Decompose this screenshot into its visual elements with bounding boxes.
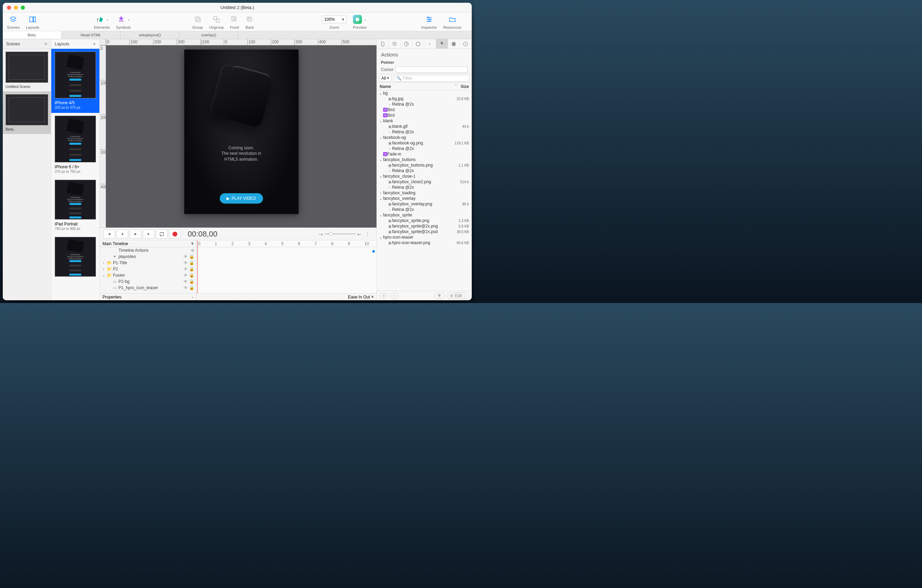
timeline-layer-row[interactable]: ✦playvideo👁🔒 [100,253,196,260]
lock-toggle-icon[interactable]: 🔒 [189,260,194,265]
add-action-icon[interactable]: ⊕ [191,248,194,253]
resource-row[interactable]: ⌄hpro-icon-teaser [377,234,472,240]
timeline-layer-row[interactable]: ›📁P1-Title👁🔒 [100,260,196,266]
back-icon[interactable] [245,15,254,24]
document-tab[interactable]: overlay() [180,31,238,39]
resource-row[interactable]: ○Retina @2x [377,146,472,151]
disclosure-icon[interactable]: ⌄ [102,273,105,278]
timeline-layer-row[interactable]: ⌄📁Footer👁🔒 [100,272,196,278]
timeline-ruler[interactable]: 012345678910 [197,240,376,247]
cursor-select[interactable] [396,67,468,73]
resource-row[interactable]: ▣fancybox_buttons.png1.1 KB [377,162,472,168]
preview-dropdown-icon[interactable]: ⌄ [364,18,366,21]
resource-row[interactable]: ▣fancybox_sprite@2x.psd36.5 KB [377,229,472,234]
resource-row[interactable]: ✦Bird [377,107,472,113]
lock-toggle-icon[interactable]: 🔒 [189,285,194,290]
resource-row[interactable]: ⌄blank [377,118,472,124]
resources-name-header[interactable]: Name [379,84,455,89]
resource-row[interactable]: ○Retina @2x [377,207,472,212]
resource-row[interactable]: ▣fancybox_sprite.png1.3 KB [377,218,472,223]
timeline-loop-button[interactable] [156,230,168,238]
resource-row[interactable]: ⌄bg [377,90,472,96]
timeline-end-marker[interactable]: ◆ [372,248,375,253]
disclosure-icon[interactable]: ⌄ [378,235,383,240]
disclosure-icon[interactable]: ⌄ [378,91,383,96]
scenes-toolbar-icon[interactable] [9,15,18,24]
resources-category-select[interactable]: All⇅ [379,75,392,82]
inspector-toolbar-icon[interactable] [425,15,434,24]
lock-toggle-icon[interactable]: 🔒 [189,254,194,259]
timeline-next-frame-button[interactable] [143,230,154,238]
resource-row[interactable]: ▣fancybox_sprite@2x.png5.8 KB [377,223,472,229]
timeline-layer-row[interactable]: ▭P2-bg👁🔒 [100,278,196,285]
preview-button[interactable] [353,15,362,24]
disclosure-icon[interactable]: ⌄ [378,118,383,123]
timeline-record-button[interactable] [169,230,181,238]
resource-row[interactable]: ▣blank.gif43 b [377,124,472,129]
resource-row[interactable]: ▣fancybox_overlay.png90 b [377,201,472,207]
symbols-toolbar-icon[interactable] [117,15,126,24]
timeline-first-frame-button[interactable] [103,230,115,238]
ungroup-icon[interactable] [212,15,221,24]
resource-row[interactable]: ▣hpro-icon-teaser.png65.6 KB [377,240,472,245]
play-video-button[interactable]: ▶ PLAY VIDEO [220,193,263,204]
layout-item[interactable]: Coming soon.The next revolution inHTML5 … [51,49,100,113]
elements-dropdown-icon[interactable]: ⌄ [106,18,109,21]
easing-selector[interactable]: Ease In Out⇅ [348,295,374,299]
zoom-out-timeline-icon[interactable]: ▫◂ [319,232,322,237]
resource-row[interactable]: ⌄facebook-og [377,135,472,140]
disclosure-icon[interactable]: ⌄ [378,212,383,217]
disclosure-icon[interactable]: › [102,260,105,265]
timeline-zoom-slider[interactable] [325,234,356,234]
visibility-toggle-icon[interactable]: 👁 [183,260,188,265]
lock-toggle-icon[interactable]: 🔒 [189,273,194,278]
minimize-window-button[interactable] [14,5,18,10]
layouts-toolbar-icon[interactable] [28,15,37,24]
zoom-select[interactable]: 100%⇅ [322,16,347,23]
disclosure-icon[interactable]: › [378,191,383,195]
disclosure-icon[interactable]: ⌄ [378,157,383,162]
disclosure-icon[interactable]: › [102,267,105,271]
document-tab[interactable]: setuplayout() [121,31,180,39]
disclosure-icon[interactable]: ⌄ [378,174,383,179]
symbols-dropdown-icon[interactable]: ⌄ [128,18,130,21]
remove-resource-button[interactable]: − [390,293,398,299]
timeline-selector[interactable]: Main Timeline ⇅ [100,240,196,247]
physics-inspector-tab[interactable] [448,39,460,49]
resource-row[interactable]: ⌄fancybox_overlay [377,196,472,201]
resource-row[interactable]: ⌄fancybox_sprite [377,212,472,218]
layout-item[interactable]: Coming soon.The next revolution inHTML5 … [51,113,100,177]
document-tab[interactable]: Head HTML [62,31,121,39]
zoom-in-timeline-icon[interactable]: ▸▫ [358,232,361,237]
layout-item[interactable]: Coming soon.The next revolution inHTML5 … [51,234,100,280]
add-resource-button[interactable]: + [379,293,388,299]
visibility-toggle-icon[interactable]: 👁 [183,285,188,290]
disclosure-icon[interactable]: ⌄ [378,196,383,201]
preview-resource-button[interactable]: 👁 [434,292,445,299]
timeline-layer-row[interactable]: ▭P1_hpro_icon_teaser👁🔒 [100,285,196,291]
layout-item[interactable]: Coming soon.The next revolution inHTML5 … [51,177,100,234]
lock-toggle-icon[interactable]: 🔒 [189,267,194,271]
artboard[interactable]: Coming soon. The next revolution in HTML… [184,49,299,214]
scene-inspector-tab[interactable] [389,39,401,49]
resource-row[interactable]: ○Retina @2x [377,101,472,107]
visibility-toggle-icon[interactable]: 👁 [183,273,188,278]
resource-row[interactable]: ⌄fancybox_buttons [377,157,472,162]
resource-row[interactable]: ✦Fade-in [377,151,472,157]
resources-toolbar-icon[interactable] [448,15,457,24]
resources-search-input[interactable]: 🔍 Filter [394,75,470,82]
document-tab[interactable]: Beta. [3,31,62,39]
edit-resource-button[interactable]: ⊖ Edit ⌄ [447,292,469,299]
fullscreen-window-button[interactable] [21,5,25,10]
timeline-layer-row[interactable]: ›📁P2👁🔒 [100,266,196,272]
resource-row[interactable]: ›fancybox_loading [377,190,472,196]
properties-selector[interactable]: Properties ⌄ [100,293,196,300]
visibility-toggle-icon[interactable]: 👁 [183,254,188,259]
visibility-toggle-icon[interactable]: 👁 [183,279,188,284]
front-icon[interactable] [230,15,239,24]
add-layout-button[interactable]: + [93,41,96,47]
disclosure-icon[interactable]: ⌄ [378,135,383,140]
lock-toggle-icon[interactable]: 🔒 [189,279,194,284]
resources-size-header[interactable]: Size [461,84,469,89]
resource-row[interactable]: ▣fancybox_close2.png514 b [377,179,472,185]
